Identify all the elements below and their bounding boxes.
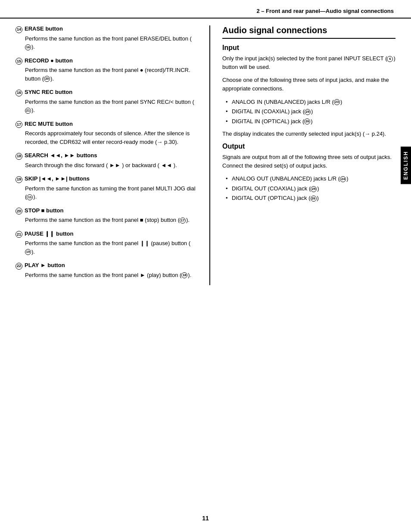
num-20: 20: [16, 208, 22, 215]
output-bullet-3: DIGITAL OUT (OPTICAL) jack (26): [226, 194, 395, 202]
input-bullet-3: DIGITAL IN (OPTICAL) jack (26): [226, 117, 395, 126]
section-22-body: Performs the same function as the front …: [16, 271, 196, 280]
right-column: Audio signal connections Input Only the …: [209, 25, 395, 285]
num-22: 22: [16, 263, 22, 270]
input-bullet-2: DIGITAL IN (COAXIAL) jack (25): [226, 107, 395, 116]
output-title: Output: [222, 143, 395, 150]
section-20-body: Performs the same function as the front …: [16, 216, 196, 224]
ref-24: 24: [340, 176, 346, 182]
ref-25b: 25: [311, 186, 317, 192]
section-16-body: Performs the same function as the front …: [16, 98, 196, 115]
ref-21: 21: [25, 108, 31, 114]
num-16: 16: [16, 90, 22, 96]
section-20: 20 STOP ■ button Performs the same funct…: [16, 207, 196, 224]
section-19-label: SKIP |◄◄, ►►| buttons: [25, 175, 90, 182]
header-title: 2 – Front and rear panel—Audio signal co…: [256, 8, 394, 14]
section-17-body: Records approximately four seconds of si…: [16, 129, 196, 146]
ref-16: 16: [25, 44, 31, 50]
section-16-title: 16 SYNC REC button: [16, 89, 196, 96]
ref-20: 20: [44, 76, 50, 82]
num-18: 18: [16, 153, 22, 160]
section-15-body: Performs the same function as the front …: [16, 66, 196, 83]
section-19-title: 19 SKIP |◄◄, ►►| buttons: [16, 175, 196, 183]
ref-19: 19: [25, 249, 31, 255]
section-16: 16 SYNC REC button Performs the same fun…: [16, 89, 196, 115]
ref-26a: 26: [304, 118, 310, 124]
page-footer: 11: [0, 515, 411, 522]
section-18: 18 SEARCH ◄◄, ►► buttons Search through …: [16, 152, 196, 169]
input-para1: Only the input jack(s) selected by the f…: [222, 54, 395, 72]
ref-6: 6: [387, 56, 393, 62]
page-header: 2 – Front and rear panel—Audio signal co…: [0, 0, 411, 19]
ref-18: 18: [181, 272, 187, 278]
section-21: 21 PAUSE ❙❙ button Performs the same fun…: [16, 230, 196, 256]
content-area: 14 ERASE button Performs the same functi…: [0, 25, 411, 285]
section-14-label: ERASE button: [25, 25, 63, 32]
page-number: 11: [202, 515, 209, 522]
section-15: 15 RECORD ● button Performs the same fun…: [16, 57, 196, 83]
section-18-label: SEARCH ◄◄, ►► buttons: [25, 152, 97, 159]
section-22-label: PLAY ► button: [25, 262, 65, 268]
input-title: Input: [222, 44, 395, 52]
output-bullet-1: ANALOG OUT (UNBALANCED) jacks L/R (24): [226, 174, 395, 183]
section-21-label: PAUSE ❙❙ button: [25, 230, 73, 237]
output-bullets: ANALOG OUT (UNBALANCED) jacks L/R (24) D…: [222, 174, 395, 202]
section-14-body: Performs the same function as the front …: [16, 34, 196, 51]
input-bullets: ANALOG IN (UNBALANCED) jacks L/R (23) DI…: [222, 98, 395, 126]
section-20-label: STOP ■ button: [25, 207, 63, 214]
output-bullet-2: DIGITAL OUT (COAXIAL) jack (25): [226, 184, 395, 193]
section-19: 19 SKIP |◄◄, ►►| buttons Perform the sam…: [16, 175, 196, 201]
ref-11: 11: [27, 194, 33, 200]
audio-signal-connections-title: Audio signal connections: [222, 25, 395, 39]
input-para2: Choose one of the following three sets o…: [222, 76, 395, 93]
input-bullet-1: ANALOG IN (UNBALANCED) jacks L/R (23): [226, 98, 395, 106]
section-22-title: 22 PLAY ► button: [16, 262, 196, 270]
output-section: Output Signals are output from all of th…: [222, 143, 395, 202]
num-21: 21: [16, 231, 22, 238]
section-16-label: SYNC REC button: [25, 89, 72, 95]
ref-23: 23: [334, 99, 340, 105]
section-17-title: 17 REC MUTE button: [16, 121, 196, 128]
left-column: 14 ERASE button Performs the same functi…: [16, 25, 196, 285]
num-17: 17: [16, 121, 22, 128]
section-14: 14 ERASE button Performs the same functi…: [16, 25, 196, 51]
ref-17: 17: [180, 218, 186, 224]
output-para1: Signals are output from all of the follo…: [222, 153, 395, 170]
num-19: 19: [16, 176, 22, 183]
section-18-body: Search through the disc forward ( ►► ) o…: [16, 161, 196, 170]
section-19-body: Perform the same function as turning the…: [16, 184, 196, 201]
section-21-title: 21 PAUSE ❙❙ button: [16, 230, 196, 238]
input-section: Input Only the input jack(s) selected by…: [222, 44, 395, 138]
ref-26b: 26: [311, 196, 317, 202]
section-20-title: 20 STOP ■ button: [16, 207, 196, 215]
section-15-title: 15 RECORD ● button: [16, 57, 196, 65]
ref-25a: 25: [305, 109, 311, 115]
section-22: 22 PLAY ► button Performs the same funct…: [16, 262, 196, 279]
num-14: 14: [16, 26, 22, 33]
section-17: 17 REC MUTE button Records approximately…: [16, 121, 196, 146]
section-17-label: REC MUTE button: [25, 121, 73, 127]
num-15: 15: [16, 58, 22, 65]
section-21-body: Performs the same function as the front …: [16, 239, 196, 256]
input-para3: The display indicates the currently sele…: [222, 130, 395, 138]
section-14-title: 14 ERASE button: [16, 25, 196, 33]
english-tab: ENGLISH: [401, 146, 411, 184]
section-18-title: 18 SEARCH ◄◄, ►► buttons: [16, 152, 196, 160]
section-15-label: RECORD ● button: [25, 57, 73, 64]
